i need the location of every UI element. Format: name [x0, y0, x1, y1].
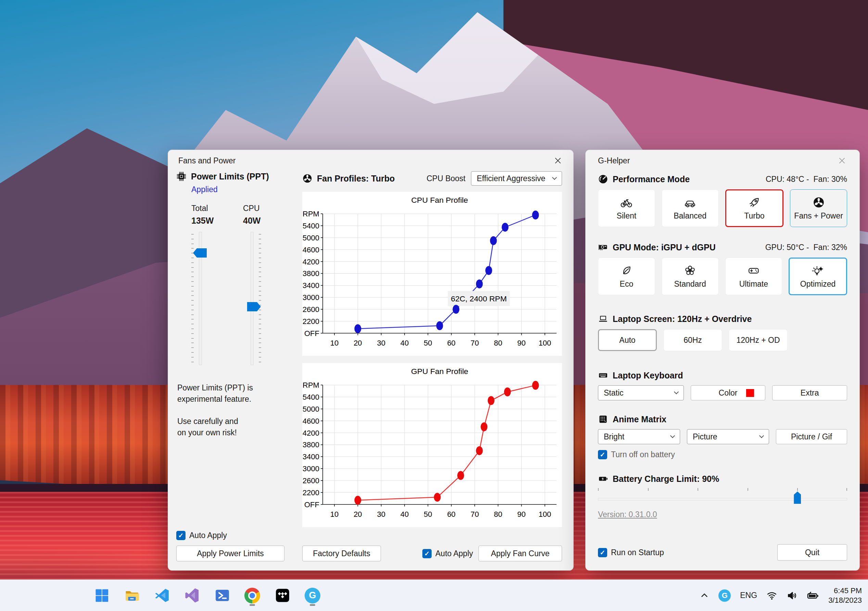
total-slider-thumb[interactable] [193, 248, 207, 258]
svg-text:OFF: OFF [304, 501, 319, 509]
mode-button-balanced[interactable]: Balanced [662, 190, 719, 227]
svg-text:100: 100 [539, 339, 552, 347]
clock[interactable]: 6:45 PM 3/18/2023 [828, 586, 862, 605]
svg-text:3400: 3400 [302, 281, 319, 290]
keyboard-extra-button[interactable]: Extra [772, 385, 847, 400]
apply-power-limits-button[interactable]: Apply Power Limits [176, 546, 284, 561]
keyboard-mode-select[interactable]: Static [598, 385, 684, 400]
quit-button[interactable]: Quit [777, 544, 847, 561]
slider-track[interactable] [598, 498, 847, 501]
battery-limit-title: Battery Charge Limit: 90% [613, 474, 719, 484]
power-limits-note-2: Use carefully and on your own risk! [177, 416, 295, 438]
gpu-fan-profile-chart[interactable]: 102030405060708090100RPM5400500046004200… [302, 363, 562, 527]
taskbar-app-start[interactable] [91, 585, 113, 606]
svg-text:OFF: OFF [304, 329, 319, 338]
volume-icon[interactable] [787, 590, 797, 601]
battery-limit-slider[interactable] [598, 488, 847, 506]
anime-mode-select[interactable]: Picture [687, 429, 769, 444]
svg-text:RPM: RPM [302, 210, 319, 218]
leaf-icon [620, 264, 632, 277]
mode-button-120hz-od[interactable]: 120Hz + OD [729, 329, 787, 351]
cpu-fan-profile-chart[interactable]: 102030405060708090100RPM5400500046004200… [302, 192, 562, 356]
chevron-up-icon[interactable] [700, 591, 709, 600]
mode-button-standard[interactable]: Standard [662, 258, 719, 295]
svg-text:10: 10 [330, 339, 338, 347]
svg-text:40: 40 [400, 339, 409, 347]
svg-text:RPM: RPM [302, 381, 319, 389]
svg-text:30: 30 [377, 510, 385, 519]
slider-track[interactable] [251, 232, 254, 365]
close-icon[interactable] [837, 155, 847, 166]
anime-brightness-select[interactable]: Bright [598, 429, 680, 444]
close-icon[interactable] [553, 155, 563, 166]
mode-button-label: Optimized [800, 280, 836, 289]
svg-text:3800: 3800 [302, 440, 319, 449]
fans-window-titlebar[interactable]: Fans and Power [168, 150, 573, 171]
ghelper-titlebar[interactable]: G-Helper [598, 150, 847, 171]
running-indicator [250, 604, 255, 606]
mode-button-silent[interactable]: Silent [598, 190, 655, 227]
mode-button-60hz[interactable]: 60Hz [663, 329, 722, 351]
tray-date: 3/18/2023 [828, 595, 862, 605]
battery-charging-icon[interactable] [807, 591, 819, 601]
keyboard-color-label: Color [719, 389, 738, 398]
g-helper-tray-icon[interactable]: G [718, 589, 731, 602]
battery-limit-header: Battery Charge Limit: 90% [598, 474, 847, 484]
total-power-slider[interactable] [191, 232, 243, 365]
taskbar-app-chrome[interactable] [241, 585, 263, 606]
gpu-temp-status: GPU: 50°C - Fan: 32% [765, 243, 847, 252]
turn-off-on-battery-label: Turn off on battery [611, 450, 675, 459]
mode-button-turbo[interactable]: Turbo [725, 190, 784, 227]
mode-button-auto[interactable]: Auto [598, 329, 657, 351]
gamepad-icon [747, 264, 760, 277]
taskbar-app-tidal[interactable] [271, 585, 293, 606]
cpu-power-slider[interactable] [243, 232, 295, 365]
battery-slider-thumb[interactable] [794, 491, 801, 504]
g-helper-window: G-Helper Performance Mode CPU: 48°C - Fa… [585, 150, 860, 571]
auto-apply-fan-checkbox[interactable] [422, 549, 432, 558]
svg-text:70: 70 [471, 339, 479, 347]
cpu-boost-select[interactable]: Efficient Aggressive [471, 171, 562, 186]
apply-fan-curve-button[interactable]: Apply Fan Curve [479, 546, 562, 561]
factory-defaults-button[interactable]: Factory Defaults [302, 546, 381, 561]
chevron-down-icon [759, 433, 764, 438]
mode-button-eco[interactable]: Eco [598, 258, 655, 295]
laptop-screen-title: Laptop Screen: 120Hz + Overdrive [613, 314, 752, 324]
mode-button-fans-power[interactable]: Fans + Power [790, 190, 847, 227]
picture-gif-button[interactable]: Picture / Gif [776, 429, 847, 444]
cpu-label: CPU [243, 204, 295, 213]
cpu-boost-value: Efficient Aggressive [477, 174, 545, 183]
anime-mode-value: Picture [693, 432, 718, 442]
taskbar-app-explorer[interactable] [121, 585, 143, 606]
bicycle-icon [620, 196, 632, 208]
car-icon [684, 196, 696, 208]
svg-text:3000: 3000 [302, 465, 319, 473]
svg-text:5000: 5000 [302, 233, 319, 242]
mode-button-label: 120Hz + OD [736, 336, 780, 345]
gpu-mode-title: GPU Mode: iGPU + dGPU [613, 243, 716, 252]
taskbar-app-powershell[interactable] [211, 585, 233, 606]
svg-text:5400: 5400 [302, 222, 319, 230]
language-indicator[interactable]: ENG [740, 591, 757, 600]
laptop-keyboard-title: Laptop Keyboard [613, 371, 683, 381]
mode-button-label: Auto [619, 336, 635, 345]
svg-text:CPU Fan Profile: CPU Fan Profile [411, 196, 468, 204]
keyboard-color-button[interactable]: Color [691, 385, 766, 400]
taskbar-app-vscode[interactable] [151, 585, 173, 606]
version-link[interactable]: Version: 0.31.0.0 [598, 510, 847, 519]
mode-button-label: Turbo [744, 211, 764, 221]
auto-apply-fan-label: Auto Apply [436, 549, 473, 558]
auto-apply-power-checkbox[interactable] [176, 531, 186, 540]
taskbar-app-g-helper[interactable]: G [302, 585, 324, 606]
taskbar-app-visual-studio[interactable] [181, 585, 203, 606]
svg-text:3000: 3000 [302, 293, 319, 302]
run-on-startup-checkbox[interactable] [598, 548, 607, 557]
fans-window-title: Fans and Power [178, 156, 236, 165]
g-helper-icon: G [305, 588, 320, 603]
wifi-icon[interactable] [766, 590, 777, 601]
mode-button-optimized[interactable]: Optimized [789, 258, 847, 295]
turn-off-on-battery-checkbox[interactable] [598, 450, 607, 459]
mode-button-ultimate[interactable]: Ultimate [725, 258, 783, 295]
run-on-startup-row: Run on Startup [598, 548, 664, 557]
laptop-keyboard-header: Laptop Keyboard [598, 370, 847, 381]
